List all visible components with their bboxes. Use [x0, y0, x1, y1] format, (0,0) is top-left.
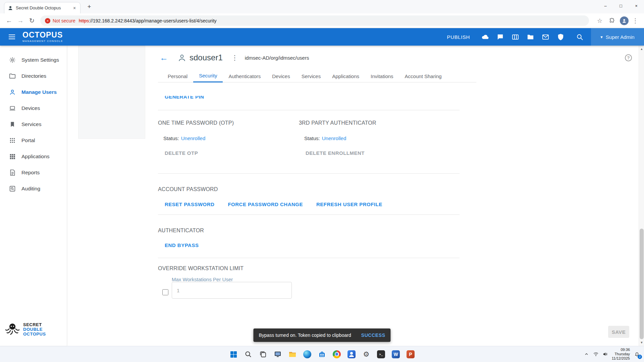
not-secure-icon: ×: [45, 18, 50, 23]
sidebar-item-applications[interactable]: Applications: [0, 148, 67, 165]
third-party-title: 3RD PARTY AUTHENTICATOR: [299, 120, 376, 126]
sidebar-item-label: Manage Users: [21, 89, 57, 95]
clock-date: 11/12/2025: [612, 356, 630, 361]
console-appbar: OCTOPUS MANAGEMENT CONSOLE PUBLISH ▾ Sup…: [0, 28, 644, 46]
sidebar-item-portal[interactable]: Portal: [0, 132, 67, 148]
document-icon: [9, 169, 16, 176]
bookmark-star-icon[interactable]: ☆: [594, 15, 605, 26]
tab-close-icon[interactable]: ×: [71, 5, 77, 11]
start-button-icon[interactable]: [229, 350, 237, 358]
force-password-change-button[interactable]: FORCE PASSWORD CHANGE: [228, 201, 303, 207]
otp-status-value[interactable]: Unenrolled: [181, 135, 206, 141]
new-tab-button[interactable]: +: [85, 2, 94, 12]
settings-gear-icon[interactable]: ⚙: [362, 350, 370, 358]
scroll-up-arrow[interactable]: ▲: [639, 46, 644, 52]
browser-tab[interactable]: Secret Double Octopus ×: [4, 2, 80, 13]
volume-icon[interactable]: [602, 351, 608, 357]
help-icon[interactable]: ?: [625, 54, 632, 61]
override-workstation-checkbox[interactable]: [162, 289, 168, 295]
window-close-button[interactable]: ×: [629, 0, 644, 11]
logo-title: OCTOPUS: [22, 31, 63, 39]
sidebar-item-label: Directories: [21, 73, 46, 79]
section-divider: [158, 258, 460, 258]
browser-menu-icon[interactable]: ⋮: [630, 15, 641, 26]
edge-icon[interactable]: [303, 350, 311, 358]
network-wifi-icon[interactable]: [593, 351, 599, 357]
section-divider: [158, 110, 460, 110]
task-view-icon[interactable]: [259, 350, 267, 358]
scroll-down-arrow[interactable]: ▼: [639, 340, 644, 345]
file-explorer-icon[interactable]: [288, 350, 297, 358]
account-name: Super Admin: [606, 34, 635, 40]
browser-reload-button[interactable]: ↻: [26, 15, 38, 26]
chat-icon[interactable]: [496, 33, 504, 41]
authenticator-title: AUTHENTICATOR: [158, 228, 204, 234]
folder-icon[interactable]: [527, 33, 534, 41]
max-workstations-label: Max Workstations Per User: [172, 277, 233, 282]
sidebar-item-reports[interactable]: Reports: [0, 165, 67, 181]
section-divider: [158, 173, 460, 174]
address-bar[interactable]: × Not secure https://192.168.2.242:8443/…: [40, 15, 589, 26]
cloud-icon[interactable]: [481, 33, 489, 41]
account-password-section: ACCOUNT PASSWORD RESET PASSWORD FORCE PA…: [158, 186, 382, 207]
end-bypass-button[interactable]: END BYPASS: [165, 242, 199, 248]
columns-icon[interactable]: [512, 33, 519, 41]
shield-icon[interactable]: [557, 33, 565, 41]
scrollbar-thumb[interactable]: [640, 229, 644, 339]
browser-profile-avatar[interactable]: [620, 16, 629, 25]
hamburger-menu-icon[interactable]: [9, 35, 15, 39]
mail-icon[interactable]: [542, 33, 549, 41]
tray-chevron-up-icon[interactable]: [584, 351, 590, 357]
refresh-user-profile-button[interactable]: REFRESH USER PROFILE: [316, 201, 382, 207]
taskbar-clock[interactable]: 09:36 Thursday 11/12/2025: [612, 348, 630, 361]
company-portal-icon[interactable]: [347, 350, 356, 358]
grid-dots-icon: [9, 137, 16, 144]
sidebar-item-auditing[interactable]: Auditing: [0, 181, 67, 197]
sidebar-item-directories[interactable]: Directories: [0, 68, 67, 84]
tab-favicon-icon: [8, 5, 13, 11]
account-menu[interactable]: ▾ Super Admin: [591, 28, 644, 46]
brand-line3: OCTOPUS: [23, 332, 46, 337]
otp-title: ONE TIME PASSWORD (OTP): [158, 120, 234, 126]
snackbar-success-button[interactable]: SUCCESS: [361, 333, 385, 338]
delete-otp-button[interactable]: DELETE OTP: [165, 150, 198, 156]
terminal-icon[interactable]: >_: [377, 350, 385, 358]
generate-pin-button[interactable]: GENERATE PIN: [165, 96, 204, 100]
window-controls: – □ ×: [598, 0, 644, 11]
browser-forward-button[interactable]: →: [15, 15, 26, 26]
microsoft-store-icon[interactable]: [318, 350, 326, 358]
section-divider: [158, 215, 460, 215]
window-minimize-button[interactable]: –: [598, 0, 613, 11]
sidebar-item-label: Services: [21, 121, 41, 127]
monitor-app-icon[interactable]: [274, 350, 282, 358]
logo-subtitle: MANAGEMENT CONSOLE: [22, 40, 63, 43]
notification-bell-icon[interactable]: 2: [633, 351, 641, 358]
override-workstation-section: OVERRIDE WORKSTATION LIMIT Max Workstati…: [158, 265, 460, 272]
url-protocol: https: [79, 18, 89, 23]
word-icon[interactable]: W: [392, 350, 400, 358]
taskbar-search-icon[interactable]: [244, 350, 252, 358]
delete-enrollment-button[interactable]: DELETE ENROLLMENT: [306, 150, 365, 156]
reset-password-button[interactable]: RESET PASSWORD: [165, 201, 214, 207]
snackbar-message: Bypass turned on. Token copied to clipbo…: [259, 333, 351, 338]
third-party-status-value[interactable]: Unenrolled: [322, 135, 346, 141]
sidebar-item-manage-users[interactable]: Manage Users: [0, 84, 67, 100]
third-party-section: 3RD PARTY AUTHENTICATOR Status:Unenrolle…: [299, 120, 376, 156]
sidebar-item-system-settings[interactable]: System Settings: [0, 52, 67, 68]
max-workstations-input[interactable]: [172, 282, 292, 299]
extensions-puzzle-icon[interactable]: [606, 15, 617, 26]
chrome-icon[interactable]: [333, 350, 341, 358]
window-maximize-button[interactable]: □: [613, 0, 629, 11]
url-remainder: ://192.168.2.242:8443/app/manage-users/u…: [89, 18, 217, 23]
sidebar-item-services[interactable]: Services: [0, 116, 67, 132]
page-scrollbar[interactable]: ▲ ▼: [639, 46, 644, 346]
appbar-icon-row: [481, 33, 565, 41]
save-button[interactable]: SAVE: [608, 326, 629, 338]
powerpoint-icon[interactable]: P: [407, 350, 415, 358]
appbar-search-icon[interactable]: [576, 33, 584, 41]
sidebar-item-label: Portal: [21, 137, 35, 143]
sidebar-item-devices[interactable]: Devices: [0, 100, 67, 116]
browser-back-button[interactable]: ←: [3, 15, 15, 26]
tab-title: Secret Double Octopus: [16, 5, 71, 10]
publish-button[interactable]: PUBLISH: [447, 34, 470, 40]
